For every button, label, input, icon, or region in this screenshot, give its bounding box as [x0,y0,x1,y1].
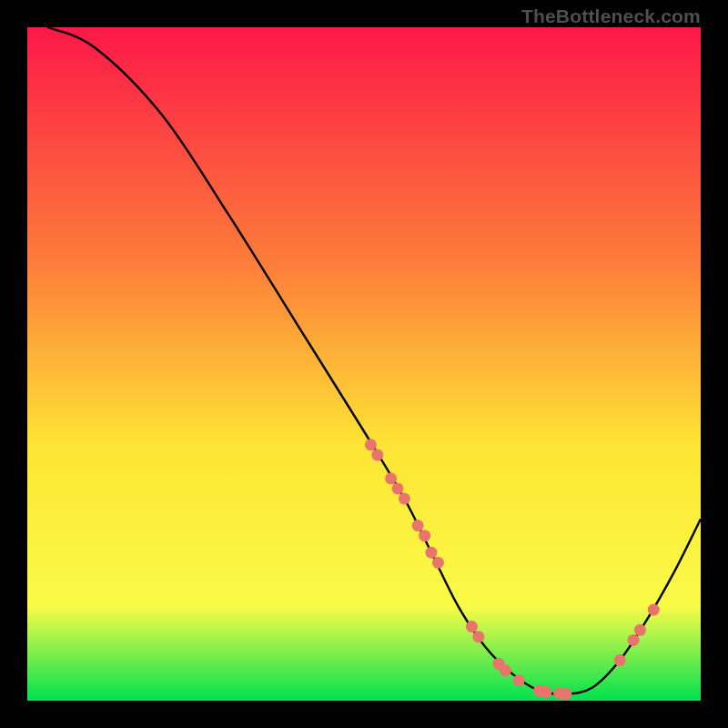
data-dot [540,686,551,698]
data-dot [628,634,640,646]
data-dot [513,674,525,686]
watermark-text: TheBottleneck.com [521,5,701,27]
bottleneck-chart [27,27,701,701]
data-dot [500,664,511,676]
data-dot [648,604,660,616]
data-dot [634,624,646,636]
data-dot [432,557,444,569]
chart-frame [27,27,701,701]
data-dot [614,654,626,666]
data-dot [466,621,478,632]
data-dot [399,493,410,505]
data-dot [392,482,404,494]
data-dot [561,688,572,700]
gradient-background [27,27,701,701]
data-dot [426,547,438,559]
data-dot [371,449,383,460]
data-dot [412,520,424,531]
data-dot [385,472,397,484]
data-dot [365,439,377,450]
data-dot [472,631,484,642]
data-dot [419,530,430,541]
